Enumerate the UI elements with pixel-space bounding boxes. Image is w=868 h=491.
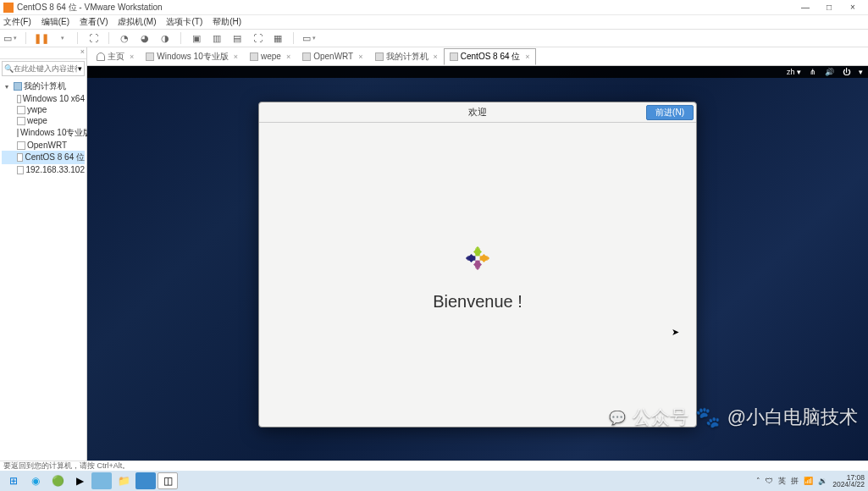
fullscreen-button[interactable]: ▣	[190, 31, 203, 45]
setup-next-label: 前进(N)	[655, 107, 684, 119]
send-ctrl-alt-del-button[interactable]: ⛶	[86, 31, 100, 45]
start-button[interactable]: ⊞	[3, 472, 24, 489]
tree-root[interactable]: ▾ 我的计算机	[2, 80, 85, 93]
vm-viewport[interactable]: zh ▾ ⋔ 🔊 ⏻ ▾ 欢迎 前进(N)	[87, 66, 868, 461]
menubar: 文件(F) 编辑(E) 查看(V) 虚拟机(M) 选项卡(T) 帮助(H)	[0, 15, 868, 29]
expander-icon[interactable]: ▾	[5, 83, 12, 91]
tab-close-icon[interactable]: ×	[525, 52, 529, 61]
tree-item-label: OpenWRT	[27, 141, 67, 150]
tray-shield-icon[interactable]: 🛡	[766, 477, 773, 485]
statusbar: 要返回到您的计算机，请按 Ctrl+Alt。	[0, 461, 868, 471]
tab-close-icon[interactable]: ×	[130, 52, 134, 61]
tray-volume-icon[interactable]: 🔉	[818, 477, 827, 485]
system-menu-icon[interactable]: ▾	[859, 68, 863, 76]
pause-button[interactable]: ❚❚	[35, 31, 48, 45]
library-toggle-button[interactable]: ▭	[3, 31, 17, 45]
power-dropdown[interactable]	[55, 31, 69, 45]
tray-wifi-icon[interactable]: 📶	[804, 477, 813, 485]
watermark-text: @小白电脑技术	[727, 405, 858, 430]
tab-close-icon[interactable]: ×	[286, 52, 290, 61]
library-search[interactable]: 🔍 ▾	[2, 61, 85, 76]
taskbar-app2[interactable]	[135, 472, 156, 489]
tree-item[interactable]: Windows 10 x64	[2, 93, 85, 104]
tab[interactable]: wepe×	[244, 48, 296, 65]
window-minimize[interactable]: —	[793, 3, 817, 12]
taskbar-media[interactable]: ▶	[69, 472, 90, 489]
system-tray: ˄ 🛡 英 拼 📶 🔉 17:08 2024/4/22	[756, 474, 865, 488]
tree-item-label: Windows 10 x64	[23, 94, 85, 103]
vm-icon	[17, 106, 25, 114]
menu-edit[interactable]: 编辑(E)	[41, 16, 69, 28]
computer-icon	[14, 82, 22, 91]
menu-file[interactable]: 文件(F)	[3, 16, 31, 28]
centos-logo-icon	[459, 240, 496, 277]
view-cycle-button[interactable]: ▦	[271, 31, 285, 45]
network-icon[interactable]: ⋔	[810, 68, 816, 76]
vm-tab-icon	[146, 52, 154, 61]
paw-icon: 🐾	[695, 405, 721, 429]
tab-label: CentOS 8 64 位	[461, 51, 521, 63]
tree-item-label: CentOS 8 64 位	[25, 152, 85, 163]
tree-item[interactable]: ywpe	[2, 104, 85, 115]
console-button[interactable]: ▤	[230, 31, 244, 45]
snapshot-manage-button[interactable]: ◑	[158, 31, 172, 45]
unity-button[interactable]: ▥	[210, 31, 224, 45]
tab-close-icon[interactable]: ×	[434, 52, 438, 61]
tree-item[interactable]: Windows 10专业版	[2, 126, 85, 140]
svg-rect-9	[479, 254, 488, 262]
snapshot-take-button[interactable]: ◔	[118, 31, 131, 45]
tree-item[interactable]: CentOS 8 64 位	[2, 151, 85, 164]
stretch-button[interactable]: ⛶	[251, 31, 264, 45]
volume-icon[interactable]: 🔊	[825, 68, 834, 76]
tree-item[interactable]: 192.168.33.102	[2, 164, 85, 175]
menu-view[interactable]: 查看(V)	[80, 16, 108, 28]
tree-item[interactable]: wepe	[2, 115, 85, 126]
search-dropdown-icon[interactable]: ▾	[78, 64, 82, 73]
tray-clock[interactable]: 17:08 2024/4/22	[832, 474, 865, 488]
tab-close-icon[interactable]: ×	[234, 52, 238, 61]
vm-tab-icon	[302, 52, 311, 61]
tree-item[interactable]: OpenWRT	[2, 140, 85, 151]
setup-next-button[interactable]: 前进(N)	[646, 105, 694, 120]
taskbar-vmware[interactable]: ◫	[158, 472, 178, 489]
tab[interactable]: Windows 10专业版×	[140, 48, 244, 65]
gnome-top-bar: zh ▾ ⋔ 🔊 ⏻ ▾	[87, 66, 868, 78]
tab[interactable]: OpenWRT×	[296, 48, 368, 65]
power-icon[interactable]: ⏻	[843, 68, 850, 76]
setup-title: 欢迎	[468, 106, 487, 119]
tab[interactable]: 我的计算机×	[369, 48, 444, 65]
quick-switch-button[interactable]: ▭	[302, 31, 316, 45]
taskbar-explorer[interactable]: 📁	[113, 472, 134, 489]
gnome-input-lang[interactable]: zh ▾	[787, 68, 801, 76]
setup-body: Bienvenue !	[259, 123, 696, 428]
tray-expand-icon[interactable]: ˄	[756, 477, 760, 485]
window-maximize[interactable]: □	[817, 3, 841, 12]
snapshot-revert-button[interactable]: ◕	[138, 31, 152, 45]
tab[interactable]: 主页×	[91, 48, 140, 65]
setup-welcome-text: Bienvenue !	[433, 292, 522, 312]
taskbar-chrome[interactable]: 🟢	[47, 472, 68, 489]
vm-icon	[17, 95, 21, 103]
tray-ime1[interactable]: 英	[778, 476, 786, 487]
svg-rect-11	[467, 254, 476, 262]
menu-help[interactable]: 帮助(H)	[213, 16, 241, 28]
menu-vm[interactable]: 虚拟机(M)	[118, 16, 156, 28]
taskbar-app1[interactable]	[91, 472, 112, 489]
guest-desktop: zh ▾ ⋔ 🔊 ⏻ ▾ 欢迎 前进(N)	[87, 66, 868, 461]
tab-label: wepe	[261, 52, 281, 61]
tray-ime2[interactable]: 拼	[791, 476, 799, 487]
library-search-input[interactable]	[14, 64, 78, 73]
search-icon: 🔍	[4, 64, 14, 73]
vm-tab-icon	[250, 52, 258, 61]
tab[interactable]: CentOS 8 64 位×	[444, 48, 536, 65]
taskbar-edge[interactable]: ◉	[25, 472, 46, 489]
tree-item-label: wepe	[27, 116, 47, 125]
vm-icon	[17, 153, 23, 162]
tree-item-label: Windows 10专业版	[20, 127, 91, 139]
library-close[interactable]: ×	[0, 47, 86, 59]
window-close[interactable]: ×	[841, 3, 865, 12]
host-taskbar: ⊞ ◉ 🟢 ▶ 📁 ◫ ˄ 🛡 英 拼 📶 🔉 17:08 2024/4/22	[0, 471, 868, 491]
tab-close-icon[interactable]: ×	[358, 52, 362, 61]
menu-tabs[interactable]: 选项卡(T)	[166, 16, 202, 28]
home-icon	[97, 52, 105, 61]
